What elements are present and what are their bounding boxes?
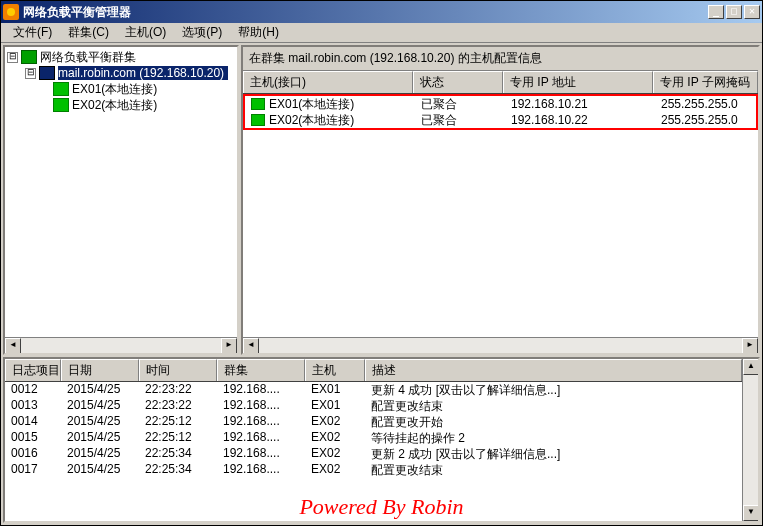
detail-header: 在群集 mail.robin.com (192.168.10.20) 的主机配置… [243,47,758,71]
titlebar: 网络负载平衡管理器 _ □ ✕ [1,1,762,23]
log-row[interactable]: 0016 2015/4/25 22:25:34 192.168.... EX02… [5,446,742,462]
log-rows: 0012 2015/4/25 22:23:22 192.168.... EX01… [5,382,742,521]
cell-desc: 等待挂起的操作 2 [365,430,742,446]
scroll-up-button[interactable]: ▲ [743,359,758,375]
cell-date: 2015/4/25 [61,430,139,446]
cell-desc: 配置更改结束 [365,462,742,478]
cell-desc: 配置更改结束 [365,398,742,414]
detail-panel: 在群集 mail.robin.com (192.168.10.20) 的主机配置… [241,45,760,355]
cell-cluster: 192.168.... [217,414,305,430]
cell-desc: 配置更改开始 [365,414,742,430]
close-button[interactable]: ✕ [744,5,760,19]
cell-idx: 0015 [5,430,61,446]
detail-scrollbar-h[interactable]: ◄ ► [243,337,758,353]
server-icon [53,82,69,96]
cell-time: 22:23:22 [139,382,217,398]
tree-cluster-label: mail.robin.com (192.168.10.20) [58,66,228,80]
maximize-button[interactable]: □ [726,5,742,19]
cell-ip: 192.168.10.22 [505,113,655,127]
col-log-cluster[interactable]: 群集 [217,359,305,381]
menu-cluster[interactable]: 群集(C) [60,22,117,43]
scroll-track[interactable] [21,338,221,353]
col-log-desc[interactable]: 描述 [365,359,742,381]
tree-node-label: EX02(本地连接) [72,97,157,114]
cell-cluster: 192.168.... [217,446,305,462]
tree-root[interactable]: ⊟ 网络负载平衡群集 [7,49,235,65]
cell-date: 2015/4/25 [61,462,139,478]
cell-cluster: 192.168.... [217,398,305,414]
col-log-date[interactable]: 日期 [61,359,139,381]
detail-rows: EX01(本地连接) 已聚合 192.168.10.21 255.255.255… [243,94,758,337]
log-scrollbar-v[interactable]: ▲ ▼ [742,359,758,521]
scroll-left-button[interactable]: ◄ [243,338,259,354]
scroll-right-button[interactable]: ► [742,338,758,354]
cell-host: EX02(本地连接) [269,112,354,129]
scroll-track[interactable] [743,375,758,505]
tree-view[interactable]: ⊟ 网络负载平衡群集 ⊟ mail.robin.com (192.168.10.… [5,47,237,337]
cell-host: EX02 [305,430,365,446]
menu-options[interactable]: 选项(P) [174,22,230,43]
cell-idx: 0013 [5,398,61,414]
tree-cluster[interactable]: ⊟ mail.robin.com (192.168.10.20) [7,65,235,81]
menu-help[interactable]: 帮助(H) [230,22,287,43]
minimize-button[interactable]: _ [708,5,724,19]
content-area: ⊟ 网络负载平衡群集 ⊟ mail.robin.com (192.168.10.… [1,43,762,525]
menu-host[interactable]: 主机(O) [117,22,174,43]
scroll-track[interactable] [259,338,742,353]
menu-file[interactable]: 文件(F) [5,22,60,43]
scroll-down-button[interactable]: ▼ [743,505,758,521]
log-columns: 日志项目 日期 时间 群集 主机 描述 [5,359,742,382]
cell-cluster: 192.168.... [217,462,305,478]
scroll-right-button[interactable]: ► [221,338,237,354]
col-ip[interactable]: 专用 IP 地址 [503,71,653,93]
cell-time: 22:25:34 [139,446,217,462]
col-log-host[interactable]: 主机 [305,359,365,381]
col-mask[interactable]: 专用 IP 子网掩码 [653,71,758,93]
table-row[interactable]: EX01(本地连接) 已聚合 192.168.10.21 255.255.255… [245,96,756,112]
col-host[interactable]: 主机(接口) [243,71,413,93]
cell-date: 2015/4/25 [61,446,139,462]
cell-cluster: 192.168.... [217,382,305,398]
cell-ip: 192.168.10.21 [505,97,655,111]
expand-icon[interactable]: ⊟ [7,52,18,63]
col-status[interactable]: 状态 [413,71,503,93]
log-row[interactable]: 0014 2015/4/25 22:25:12 192.168.... EX02… [5,414,742,430]
cell-desc: 更新 4 成功 [双击以了解详细信息...] [365,382,742,398]
log-row[interactable]: 0015 2015/4/25 22:25:12 192.168.... EX02… [5,430,742,446]
menubar: 文件(F) 群集(C) 主机(O) 选项(P) 帮助(H) [1,23,762,43]
cell-status: 已聚合 [415,112,505,129]
col-log-time[interactable]: 时间 [139,359,217,381]
cell-host: EX02 [305,414,365,430]
cell-host: EX02 [305,446,365,462]
cell-date: 2015/4/25 [61,382,139,398]
cell-mask: 255.255.255.0 [655,97,756,111]
server-icon [251,98,265,110]
table-row[interactable]: EX02(本地连接) 已聚合 192.168.10.22 255.255.255… [245,112,756,128]
window-controls: _ □ ✕ [708,5,760,19]
tree-node-label: EX01(本地连接) [72,81,157,98]
log-row[interactable]: 0013 2015/4/25 22:23:22 192.168.... EX01… [5,398,742,414]
cell-host: EX01 [305,382,365,398]
log-panel: 日志项目 日期 时间 群集 主机 描述 0012 2015/4/25 22:23… [3,357,760,523]
tree-node-ex01[interactable]: EX01(本地连接) [7,81,235,97]
log-row[interactable]: 0012 2015/4/25 22:23:22 192.168.... EX01… [5,382,742,398]
col-log-idx[interactable]: 日志项目 [5,359,61,381]
cell-time: 22:25:12 [139,414,217,430]
server-icon [53,98,69,112]
cell-host: EX01(本地连接) [269,96,354,113]
cell-status: 已聚合 [415,96,505,113]
cell-desc: 更新 2 成功 [双击以了解详细信息...] [365,446,742,462]
tree-node-ex02[interactable]: EX02(本地连接) [7,97,235,113]
expand-icon[interactable]: ⊟ [25,68,36,79]
cell-time: 22:23:22 [139,398,217,414]
tree-panel: ⊟ 网络负载平衡群集 ⊟ mail.robin.com (192.168.10.… [3,45,239,355]
scroll-left-button[interactable]: ◄ [5,338,21,354]
log-row[interactable]: 0017 2015/4/25 22:25:34 192.168.... EX02… [5,462,742,478]
detail-columns: 主机(接口) 状态 专用 IP 地址 专用 IP 子网掩码 [243,71,758,94]
tree-scrollbar-h[interactable]: ◄ ► [5,337,237,353]
cell-mask: 255.255.255.0 [655,113,756,127]
cluster-group-icon [21,50,37,64]
window-title: 网络负载平衡管理器 [23,4,708,21]
server-icon [251,114,265,126]
cell-date: 2015/4/25 [61,414,139,430]
